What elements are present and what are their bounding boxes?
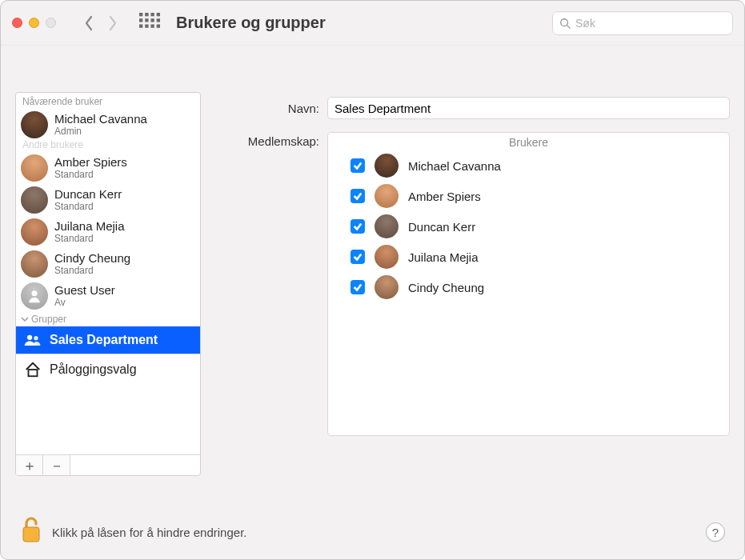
window-title: Brukere og grupper: [176, 14, 326, 32]
group-name-input[interactable]: [327, 97, 730, 119]
minimize-window-button[interactable]: [29, 18, 39, 28]
svg-rect-2: [150, 13, 154, 16]
user-name-label: Duncan Kerr: [54, 188, 122, 202]
svg-point-15: [27, 335, 32, 340]
house-icon: [24, 361, 42, 378]
member-row[interactable]: Amber Spiers: [328, 181, 729, 211]
back-button[interactable]: [80, 13, 98, 34]
guest-icon: [26, 288, 42, 304]
member-name-label: Amber Spiers: [408, 190, 481, 203]
close-window-button[interactable]: [12, 18, 22, 28]
avatar: [375, 275, 399, 299]
footer-bar: Klikk på låsen for å hindre endringer. ?: [20, 516, 725, 548]
avatar: [21, 218, 48, 246]
show-all-button[interactable]: [139, 13, 160, 34]
zoom-window-button[interactable]: [46, 18, 56, 28]
avatar: [21, 154, 48, 182]
lock-button[interactable]: [20, 516, 42, 548]
user-role-label: Standard: [54, 202, 122, 212]
sidebar-user[interactable]: Guest User Av: [16, 280, 200, 312]
preferences-window: Brukere og grupper Nåværende bruker Mich…: [0, 0, 745, 560]
chevron-down-icon: [21, 315, 29, 323]
content-area: Nåværende bruker Michael Cavanna Admin A…: [1, 46, 744, 476]
users-sidebar: Nåværende bruker Michael Cavanna Admin A…: [15, 92, 201, 476]
avatar: [21, 250, 48, 278]
user-role-label: Standard: [54, 234, 125, 244]
svg-line-13: [567, 25, 571, 28]
name-field-row: Navn:: [217, 97, 730, 119]
member-row[interactable]: Juilana Mejia: [328, 242, 729, 272]
user-role-label: Standard: [54, 266, 130, 276]
user-name-label: Juilana Mejia: [54, 220, 125, 234]
lock-hint-label: Klikk på låsen for å hindre endringer.: [52, 526, 246, 539]
member-checkbox[interactable]: [350, 280, 365, 294]
membership-label: Medlemskap:: [217, 132, 319, 148]
svg-rect-11: [157, 24, 160, 27]
sidebar-group-selected[interactable]: Sales Department: [16, 326, 200, 354]
user-name-label: Amber Spiers: [54, 156, 127, 170]
svg-point-16: [34, 336, 38, 340]
login-options[interactable]: Påloggingsvalg: [16, 354, 200, 385]
current-user-header: Nåværende bruker: [16, 93, 200, 109]
avatar: [375, 184, 399, 208]
sidebar-user[interactable]: Amber Spiers Standard: [16, 152, 200, 184]
user-role-label: Standard: [54, 170, 127, 180]
search-input[interactable]: [575, 17, 726, 30]
svg-rect-1: [145, 13, 148, 16]
add-button[interactable]: ＋: [16, 455, 43, 475]
login-options-label: Påloggingsvalg: [50, 362, 137, 377]
help-button[interactable]: ?: [706, 522, 725, 542]
svg-rect-4: [139, 18, 142, 22]
name-label: Navn:: [217, 102, 319, 115]
svg-rect-9: [145, 24, 148, 27]
search-field[interactable]: [552, 11, 733, 35]
svg-rect-10: [150, 24, 154, 27]
avatar: [21, 186, 48, 214]
user-role-label: Av: [54, 298, 115, 308]
member-name-label: Michael Cavanna: [408, 159, 501, 173]
member-checkbox[interactable]: [350, 158, 365, 173]
avatar: [375, 154, 399, 178]
avatar: [21, 282, 48, 310]
sidebar-user[interactable]: Juilana Mejia Standard: [16, 216, 200, 248]
member-checkbox[interactable]: [350, 189, 365, 203]
search-icon: [559, 18, 571, 29]
groups-header[interactable]: Grupper: [16, 312, 200, 326]
user-name-label: Guest User: [54, 284, 115, 298]
sidebar-footer: ＋ －: [16, 454, 200, 475]
svg-rect-0: [139, 13, 142, 16]
avatar: [375, 214, 399, 238]
sidebar-user[interactable]: Duncan Kerr Standard: [16, 184, 200, 216]
member-checkbox[interactable]: [350, 219, 365, 234]
member-name-label: Juilana Mejia: [408, 250, 479, 264]
detail-pane: Navn: Medlemskap: Brukere Michael Cavann…: [217, 92, 730, 476]
group-name-label: Sales Department: [50, 333, 158, 347]
user-name-label: Cindy Cheung: [54, 252, 130, 266]
members-list: Brukere Michael Cavanna Amber Spiers: [327, 132, 730, 436]
member-row[interactable]: Michael Cavanna: [328, 150, 729, 181]
svg-rect-17: [29, 370, 38, 376]
svg-rect-5: [145, 18, 148, 22]
avatar: [21, 111, 48, 138]
svg-rect-8: [139, 24, 142, 27]
members-column-header: Brukere: [328, 133, 729, 150]
svg-rect-3: [157, 13, 160, 16]
remove-button[interactable]: －: [43, 455, 70, 475]
forward-button[interactable]: [104, 13, 122, 34]
member-row[interactable]: Cindy Cheung: [328, 272, 729, 302]
member-checkbox[interactable]: [350, 250, 365, 264]
svg-rect-7: [157, 18, 160, 22]
sidebar-user[interactable]: Cindy Cheung Standard: [16, 248, 200, 280]
user-name-label: Michael Cavanna: [54, 113, 147, 126]
member-name-label: Duncan Kerr: [408, 220, 475, 234]
member-name-label: Cindy Cheung: [408, 281, 484, 294]
svg-rect-18: [23, 527, 39, 542]
toolbar: Brukere og grupper: [1, 1, 744, 46]
window-controls: [12, 18, 56, 28]
svg-rect-6: [150, 18, 154, 22]
membership-row: Medlemskap: Brukere Michael Cavanna Ambe…: [217, 132, 730, 436]
avatar: [375, 245, 399, 269]
other-users-header: Andre brukere: [16, 136, 200, 152]
user-role-label: Admin: [54, 126, 147, 137]
member-row[interactable]: Duncan Kerr: [328, 211, 729, 242]
